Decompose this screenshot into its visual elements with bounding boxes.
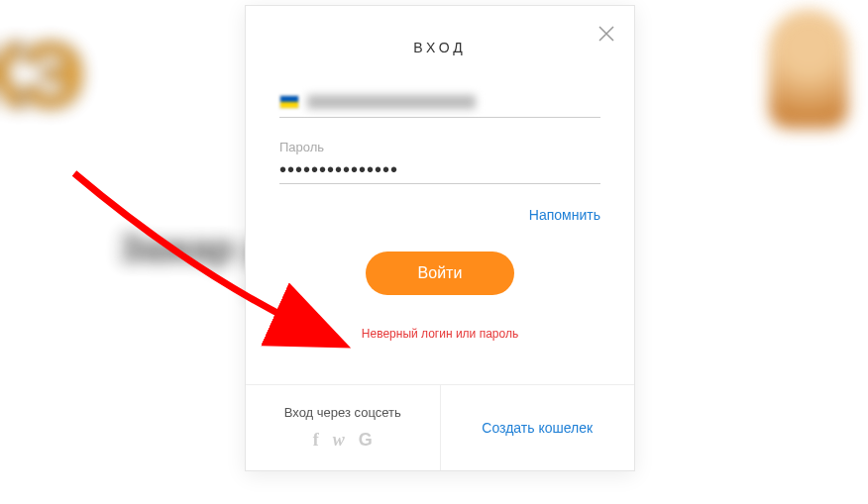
create-wallet-section: Создать кошелек xyxy=(441,385,635,470)
close-icon[interactable] xyxy=(597,24,616,44)
error-message: Неверный логин или пароль xyxy=(279,327,600,341)
remind-link[interactable]: Напомнить xyxy=(529,207,600,223)
login-input[interactable] xyxy=(279,91,600,118)
facebook-icon[interactable]: f xyxy=(313,430,319,451)
modal-body: ВХОД Пароль ••••••••••••••• Напомнить Во… xyxy=(246,6,634,384)
login-value-masked xyxy=(307,95,476,109)
google-icon[interactable]: G xyxy=(359,430,373,451)
social-icons-row: f w G xyxy=(256,430,430,451)
bg-character-illustration xyxy=(769,10,848,129)
social-login-section: Вход через соцсеть f w G xyxy=(246,385,441,470)
password-input[interactable]: ••••••••••••••• xyxy=(279,158,600,184)
login-field-group xyxy=(279,91,600,118)
vk-icon[interactable]: w xyxy=(333,430,345,451)
modal-footer: Вход через соцсеть f w G Создать кошелек xyxy=(246,384,634,470)
password-field-group: Пароль ••••••••••••••• xyxy=(279,140,600,184)
country-flag-icon xyxy=(279,95,299,109)
password-label: Пароль xyxy=(279,140,600,154)
remind-link-row: Напомнить xyxy=(279,206,600,224)
login-modal: ВХОД Пароль ••••••••••••••• Напомнить Во… xyxy=(245,5,635,471)
social-label: Вход через соцсеть xyxy=(256,405,430,420)
submit-button[interactable]: Войти xyxy=(366,252,514,295)
bg-logo-text: КЭ xyxy=(0,25,79,127)
create-wallet-link[interactable]: Создать кошелек xyxy=(482,420,593,436)
modal-title: ВХОД xyxy=(279,40,600,55)
